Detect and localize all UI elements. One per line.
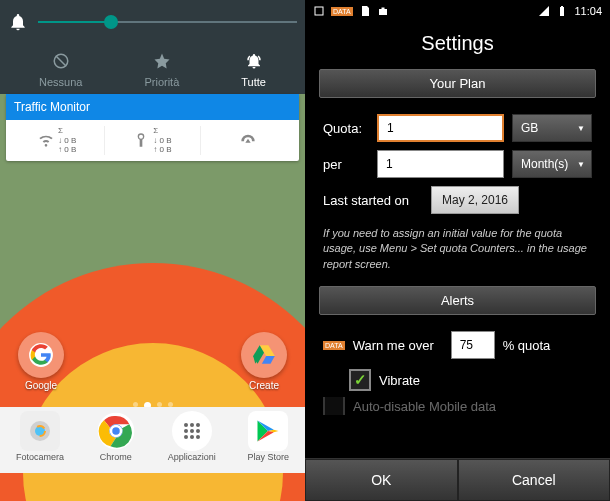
warn-label: Warn me over [353, 338, 443, 353]
ok-button[interactable]: OK [305, 459, 458, 501]
status-bar: DATA 11:04 [305, 0, 610, 22]
play-icon [254, 417, 282, 445]
dnd-slider[interactable] [38, 10, 297, 34]
dock-label: Fotocamera [16, 452, 64, 462]
dock: Fotocamera Chrome Applicazioni Play Stor… [0, 407, 305, 473]
svg-point-16 [190, 435, 194, 439]
folder-label: Google [25, 380, 57, 391]
data-badge-icon: DATA [331, 7, 353, 16]
folder-label: Create [249, 380, 279, 391]
bell-icon [8, 12, 28, 32]
svg-point-12 [184, 429, 188, 433]
bell-ring-icon [245, 52, 263, 70]
chrome-icon [96, 411, 136, 451]
widget-title: Traffic Monitor [6, 94, 299, 120]
signal-icon [538, 5, 550, 17]
page-title: Settings [305, 22, 610, 69]
settings-screen: DATA 11:04 Settings Your Plan Quota: GB … [305, 0, 610, 501]
apps-icon [180, 419, 204, 443]
block-icon [52, 52, 70, 70]
svg-rect-20 [561, 6, 563, 7]
widget-mobile-col: Σ↓ 0 B↑ 0 B [105, 126, 200, 155]
android-home-screen: Nessuna Priorità Tutte Traffic Monitor Σ… [0, 0, 305, 501]
svg-point-10 [190, 423, 194, 427]
svg-line-1 [55, 56, 66, 67]
started-date-button[interactable]: May 2, 2016 [431, 186, 519, 214]
autodisable-checkbox[interactable] [323, 397, 345, 415]
warn-input[interactable] [451, 331, 495, 359]
widget-gauge-col [201, 132, 295, 148]
started-label: Last started on [323, 193, 423, 208]
dock-label: Chrome [100, 452, 132, 462]
dock-label: Play Store [248, 452, 290, 462]
battery-icon [556, 5, 568, 17]
antenna-icon [133, 132, 149, 148]
svg-rect-18 [315, 7, 323, 15]
svg-point-15 [184, 435, 188, 439]
section-your-plan: Your Plan [319, 69, 596, 98]
per-input[interactable] [377, 150, 504, 178]
warn-suffix: % quota [503, 338, 551, 353]
traffic-monitor-widget[interactable]: Traffic Monitor Σ↓ 0 B↑ 0 B Σ↓ 0 B↑ 0 B [6, 94, 299, 161]
vibrate-label: Vibrate [379, 373, 420, 388]
quota-hint: If you need to assign an initial value f… [305, 218, 610, 286]
svg-point-11 [196, 423, 200, 427]
briefcase-icon [377, 5, 389, 17]
wallpaper-area[interactable]: Traffic Monitor Σ↓ 0 B↑ 0 B Σ↓ 0 B↑ 0 B … [0, 94, 305, 473]
mode-label: Priorità [144, 76, 179, 88]
quota-unit-select[interactable]: GB [512, 114, 592, 142]
quota-input[interactable] [377, 114, 504, 142]
google-icon [28, 342, 54, 368]
mode-label: Nessuna [39, 76, 82, 88]
mode-all[interactable]: Tutte [241, 52, 266, 88]
mode-none[interactable]: Nessuna [39, 52, 82, 88]
dock-playstore[interactable]: Play Store [248, 411, 290, 462]
mode-label: Tutte [241, 76, 266, 88]
screenshot-icon [313, 5, 325, 17]
widget-wifi-col: Σ↓ 0 B↑ 0 B [10, 126, 105, 155]
dock-camera[interactable]: Fotocamera [16, 411, 64, 462]
dock-chrome[interactable]: Chrome [96, 411, 136, 462]
quota-label: Quota: [323, 121, 369, 136]
quick-settings-panel: Nessuna Priorità Tutte [0, 0, 305, 94]
svg-rect-19 [560, 7, 564, 16]
gauge-icon [240, 132, 256, 148]
section-alerts: Alerts [319, 286, 596, 315]
footer-buttons: OK Cancel [305, 458, 610, 501]
dock-label: Applicazioni [168, 452, 216, 462]
folder-create[interactable]: Create [237, 332, 291, 391]
per-label: per [323, 157, 369, 172]
dock-apps[interactable]: Applicazioni [168, 411, 216, 462]
data-badge-icon: DATA [323, 341, 345, 350]
vibrate-checkbox[interactable] [349, 369, 371, 391]
cancel-button[interactable]: Cancel [458, 459, 611, 501]
drive-icon [251, 342, 277, 368]
svg-point-9 [184, 423, 188, 427]
status-time: 11:04 [574, 5, 602, 17]
mode-priority[interactable]: Priorità [144, 52, 179, 88]
svg-point-17 [196, 435, 200, 439]
autodisable-label: Auto-disable Mobile data [353, 399, 496, 414]
svg-point-13 [190, 429, 194, 433]
star-icon [153, 52, 171, 70]
sd-icon [359, 5, 371, 17]
svg-point-14 [196, 429, 200, 433]
per-unit-select[interactable]: Month(s) [512, 150, 592, 178]
camera-icon [28, 419, 52, 443]
wifi-icon [38, 132, 54, 148]
folder-google[interactable]: Google [14, 332, 68, 391]
